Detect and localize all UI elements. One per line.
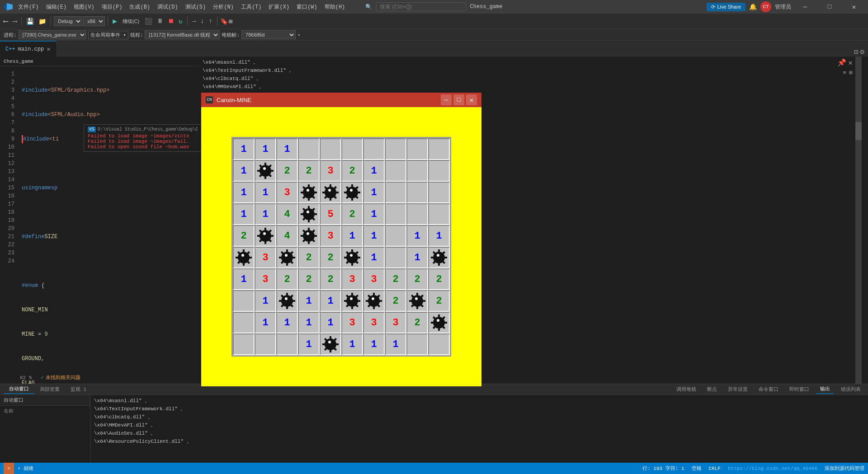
mine-cell[interactable] [276, 247, 298, 268]
split-editor-icon[interactable]: ⊡ [854, 47, 859, 56]
menu-debug[interactable]: 调试(D) [154, 3, 182, 11]
mine-cell[interactable] [428, 312, 450, 333]
mine-cell[interactable]: 1 [363, 203, 385, 225]
menu-edit[interactable]: 编辑(E) [42, 3, 71, 11]
mine-cell[interactable] [255, 225, 276, 247]
mine-cell[interactable] [276, 333, 298, 355]
tab-error-list[interactable]: 错误列表 [837, 385, 864, 394]
mine-cell[interactable] [385, 160, 406, 182]
mine-cell[interactable] [428, 203, 450, 225]
mine-cell[interactable] [385, 203, 406, 225]
maximize-button[interactable]: □ [819, 0, 840, 14]
mine-cell[interactable] [406, 203, 428, 225]
mine-cell[interactable] [341, 138, 363, 160]
debug-config-select[interactable]: Debug [54, 16, 82, 26]
mine-cell[interactable]: 2 [428, 268, 450, 290]
mine-cell[interactable] [233, 312, 255, 333]
mine-cell[interactable] [428, 160, 450, 182]
mine-cell[interactable]: 1 [298, 312, 320, 333]
mine-cell[interactable]: 4 [276, 203, 298, 225]
mine-cell[interactable]: 1 [255, 290, 276, 312]
mine-cell[interactable]: 1 [233, 182, 255, 203]
mine-cell[interactable] [385, 247, 406, 268]
mine-cell[interactable] [363, 290, 385, 312]
mine-cell[interactable] [341, 182, 363, 203]
mine-cell[interactable] [385, 138, 406, 160]
mine-cell[interactable]: 1 [320, 312, 341, 333]
mine-cell[interactable]: 3 [385, 312, 406, 333]
account-avatar[interactable]: CT [760, 1, 771, 12]
mine-cell[interactable] [406, 333, 428, 355]
tab-auto-window[interactable]: 自动窗口 [4, 385, 34, 394]
panel-pin-icon[interactable]: 📌 [837, 58, 846, 67]
mine-cell[interactable]: 1 [255, 203, 276, 225]
output-wrap-icon[interactable]: ⊞ [849, 69, 853, 76]
platform-select[interactable]: x86 [83, 16, 105, 26]
status-encoding[interactable]: CRLF [709, 466, 721, 471]
mine-cell[interactable]: 1 [320, 290, 341, 312]
mine-cell[interactable]: 2 [233, 225, 255, 247]
menu-extensions[interactable]: 扩展(X) [265, 3, 293, 11]
mine-cell[interactable]: 2 [298, 247, 320, 268]
tab-close-icon[interactable]: ✕ [47, 45, 50, 53]
mine-cell[interactable] [320, 138, 341, 160]
status-line-col[interactable]: 行: 183 字符: 1 [642, 465, 684, 472]
stack-dropdown-icon[interactable]: ▾ [297, 32, 301, 38]
mine-cell[interactable]: 2 [385, 268, 406, 290]
stop-icon[interactable]: ⏹ [166, 18, 176, 25]
mine-cell[interactable]: 2 [406, 268, 428, 290]
settings-icon[interactable]: ⚙ [860, 47, 864, 56]
mine-cell[interactable]: 1 [406, 225, 428, 247]
output-body[interactable]: \x64\msasnl.dll" 。 \x64\TextInputFramewo… [90, 395, 868, 463]
mine-cell[interactable]: 1 [363, 160, 385, 182]
mine-cell[interactable]: 2 [428, 290, 450, 312]
mine-cell[interactable] [406, 182, 428, 203]
mine-cell[interactable] [320, 182, 341, 203]
mine-cell[interactable] [298, 138, 320, 160]
mine-cell[interactable] [406, 160, 428, 182]
continue-button[interactable]: 继续(C) [120, 17, 142, 26]
mine-cell[interactable] [406, 290, 428, 312]
mine-cell[interactable]: 1 [298, 290, 320, 312]
mine-cell[interactable]: 1 [255, 138, 276, 160]
lifecycle-label[interactable]: 生命周期事件 ▾ [88, 31, 128, 39]
process-select[interactable]: [7280] Chess_game.exe [19, 30, 86, 39]
mine-cell[interactable] [233, 333, 255, 355]
tab-breakpoints[interactable]: 断点 [703, 385, 721, 394]
mine-cell[interactable]: 3 [276, 182, 298, 203]
mine-cell[interactable] [233, 247, 255, 268]
mine-cell[interactable]: 1 [276, 138, 298, 160]
mine-close-btn[interactable]: ✕ [466, 94, 477, 105]
mine-grid[interactable]: 1111 22321113 [231, 137, 451, 357]
tab-watch-1[interactable]: 监视 1 [65, 385, 92, 394]
mine-cell[interactable]: 1 [363, 225, 385, 247]
pause-icon[interactable]: ⏸ [155, 18, 165, 25]
mine-cell[interactable]: 1 [233, 268, 255, 290]
mine-cell[interactable] [255, 333, 276, 355]
menu-tools[interactable]: 工具(T) [237, 3, 265, 11]
status-link[interactable]: https://blog.csdn.net/qq_46466 [728, 466, 817, 471]
mine-cell[interactable]: 2 [320, 247, 341, 268]
mine-cell[interactable]: 1 [341, 225, 363, 247]
close-button[interactable]: ✕ [844, 0, 864, 14]
menu-analyze[interactable]: 分析(N) [209, 3, 237, 11]
status-spaces[interactable]: 空格 [692, 465, 702, 472]
menu-view[interactable]: 视图(V) [70, 3, 98, 11]
tab-output[interactable]: 输出 [816, 385, 834, 394]
tab-main-cpp[interactable]: C++ main.cpp ✕ [0, 41, 56, 56]
output-align-icon[interactable]: ≡ [843, 70, 846, 76]
mine-cell[interactable]: 3 [341, 268, 363, 290]
mine-cell[interactable]: 3 [363, 312, 385, 333]
breadcrumb-chess-game[interactable]: Chess_game [4, 59, 33, 64]
live-share-button[interactable]: ⟳ Live Share [707, 3, 745, 11]
mine-cell[interactable]: 2 [298, 268, 320, 290]
restart-icon[interactable]: ↻ [177, 18, 184, 25]
mine-cell[interactable]: 1 [298, 333, 320, 355]
status-add-source[interactable]: 添加到源代码管理 [825, 465, 864, 472]
mine-cell[interactable]: 1 [233, 138, 255, 160]
mine-cell[interactable]: 2 [276, 268, 298, 290]
mine-cell[interactable]: 1 [233, 203, 255, 225]
mine-cell[interactable]: 1 [385, 333, 406, 355]
tab-command-window[interactable]: 命令窗口 [755, 385, 782, 394]
mine-cell[interactable]: 3 [363, 268, 385, 290]
